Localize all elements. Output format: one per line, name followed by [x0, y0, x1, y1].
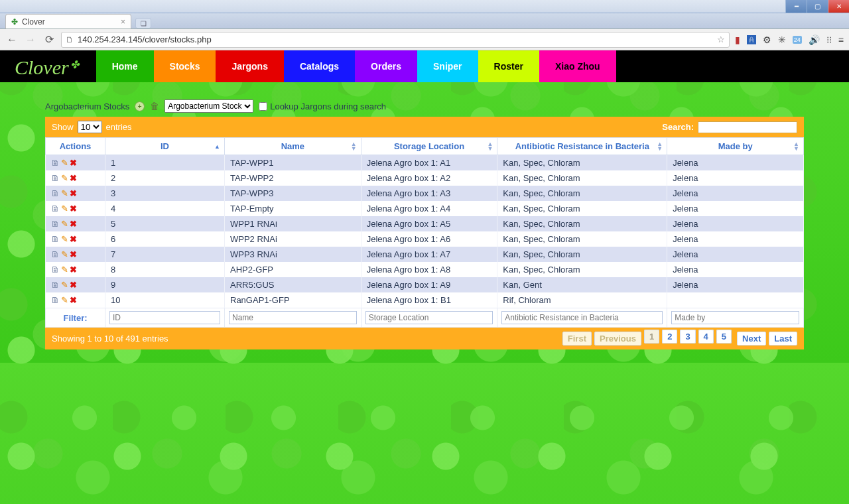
nav-sniper[interactable]: Sniper — [417, 50, 478, 82]
actions-cell: 🗎✎✖ — [46, 186, 105, 201]
page-5[interactable]: 5 — [716, 330, 732, 344]
lookup-jargons-label: Lookup Jargons during search — [270, 101, 386, 111]
ext-ruler-icon[interactable]: ⁝⁝ — [826, 34, 832, 45]
ext-translate-icon[interactable]: 🅰 — [747, 34, 756, 45]
col-antibiotic-resistance-in-bacteria[interactable]: Antibiotic Resistance in Bacteria▲▼ — [497, 138, 667, 155]
filter-antibiotic-resistance-in-bacteria[interactable] — [501, 311, 663, 324]
delete-icon[interactable]: ✖ — [70, 188, 77, 198]
reload-button[interactable]: ⟳ — [42, 33, 56, 46]
delete-icon[interactable]: ✖ — [70, 204, 77, 214]
view-icon[interactable]: 🗎 — [51, 265, 60, 275]
tab-close-icon[interactable]: × — [121, 17, 125, 27]
edit-icon[interactable]: ✎ — [61, 234, 68, 244]
new-tab-button[interactable]: ❏ — [135, 18, 151, 29]
view-icon[interactable]: 🗎 — [51, 249, 60, 259]
bucket-icon[interactable]: 🗑 — [150, 101, 159, 111]
edit-icon[interactable]: ✎ — [61, 280, 68, 290]
ext-book-icon[interactable]: ▮ — [735, 34, 740, 45]
cell-name: ARR5:GUS — [225, 277, 361, 292]
page-next[interactable]: Next — [737, 332, 766, 346]
edit-icon[interactable]: ✎ — [61, 158, 68, 168]
page-size-select[interactable]: 10 — [78, 121, 102, 133]
url-text: 140.254.234.145/clover/stocks.php — [78, 34, 212, 44]
table-row: 🗎✎✖9ARR5:GUSJelena Agro box 1: A9Kan, Ge… — [46, 277, 804, 292]
edit-icon[interactable]: ✎ — [61, 173, 68, 183]
nav-home[interactable]: Home — [96, 50, 154, 82]
delete-icon[interactable]: ✖ — [70, 280, 77, 290]
edit-icon[interactable]: ✎ — [61, 265, 68, 275]
nav-xiao-zhou[interactable]: Xiao Zhou — [539, 50, 616, 82]
nav-orders[interactable]: Orders — [355, 50, 417, 82]
page-1[interactable]: 1 — [644, 330, 659, 344]
col-made-by[interactable]: Made by▲▼ — [667, 138, 804, 155]
browser-tabstrip: ✤ Clover × ❏ — [0, 13, 849, 29]
ext-volume-icon[interactable]: 🔊 — [809, 34, 820, 45]
actions-cell: 🗎✎✖ — [46, 170, 105, 186]
delete-icon[interactable]: ✖ — [70, 234, 77, 244]
maximize-button[interactable]: ▢ — [807, 0, 828, 13]
delete-icon[interactable]: ✖ — [70, 173, 77, 183]
delete-icon[interactable]: ✖ — [70, 158, 77, 168]
brand-logo[interactable]: Clover✤ — [0, 50, 96, 82]
filter-label: Filter: — [46, 308, 105, 328]
ext-calendar-icon[interactable]: 24 — [793, 36, 802, 44]
nav-roster[interactable]: Roster — [478, 50, 539, 82]
edit-icon[interactable]: ✎ — [61, 219, 68, 229]
view-icon[interactable]: 🗎 — [51, 188, 60, 198]
minimize-button[interactable]: ━ — [785, 0, 807, 13]
add-stock-icon[interactable]: + — [135, 101, 145, 111]
ext-gear-icon[interactable]: ⚙ — [763, 34, 771, 45]
page-4[interactable]: 4 — [698, 330, 714, 344]
view-icon[interactable]: 🗎 — [51, 295, 60, 305]
view-icon[interactable]: 🗎 — [51, 234, 60, 244]
view-icon[interactable]: 🗎 — [51, 204, 60, 214]
view-icon[interactable]: 🗎 — [51, 173, 60, 183]
delete-icon[interactable]: ✖ — [70, 265, 77, 275]
browser-toolbar: ← → ⟳ 🗋 140.254.234.145/clover/stocks.ph… — [0, 29, 849, 50]
delete-icon[interactable]: ✖ — [70, 295, 77, 305]
chrome-menu-icon[interactable]: ≡ — [838, 34, 844, 45]
page-last[interactable]: Last — [769, 332, 797, 346]
page-first[interactable]: First — [562, 332, 592, 346]
lookup-jargons-checkbox[interactable] — [259, 102, 267, 111]
edit-icon[interactable]: ✎ — [61, 204, 68, 214]
page-3[interactable]: 3 — [680, 330, 695, 344]
view-icon[interactable]: 🗎 — [51, 219, 60, 229]
col-id[interactable]: ID▲ — [105, 138, 225, 155]
stock-type-select[interactable]: Argobacterium Stock — [164, 99, 253, 113]
bookmark-star-icon[interactable]: ☆ — [717, 34, 725, 44]
close-button[interactable]: ✕ — [828, 0, 849, 13]
browser-tab[interactable]: ✤ Clover × — [5, 14, 131, 29]
filter-storage-location[interactable] — [365, 311, 493, 324]
delete-icon[interactable]: ✖ — [70, 249, 77, 259]
view-icon[interactable]: 🗎 — [51, 280, 60, 290]
filter-cell — [225, 308, 361, 328]
edit-icon[interactable]: ✎ — [61, 188, 68, 198]
address-bar[interactable]: 🗋 140.254.234.145/clover/stocks.php ☆ — [61, 32, 730, 48]
col-storage-location[interactable]: Storage Location▲▼ — [361, 138, 497, 155]
delete-icon[interactable]: ✖ — [70, 219, 77, 229]
back-button[interactable]: ← — [5, 34, 19, 46]
nav-jargons[interactable]: Jargons — [216, 50, 283, 82]
page-2[interactable]: 2 — [662, 330, 677, 344]
filter-id[interactable] — [109, 311, 220, 324]
extension-icons: ▮ 🅰 ⚙ ✳ 24 🔊 ⁝⁝ ≡ — [735, 34, 844, 45]
filter-made-by[interactable] — [671, 311, 799, 324]
forward-button[interactable]: → — [24, 34, 37, 46]
edit-icon[interactable]: ✎ — [61, 249, 68, 259]
page-prev[interactable]: Previous — [594, 332, 641, 346]
search-input[interactable] — [698, 121, 797, 133]
cell-id: 1 — [105, 155, 225, 171]
actions-cell: 🗎✎✖ — [46, 231, 105, 247]
lookup-jargons-toggle[interactable]: Lookup Jargons during search — [259, 101, 386, 111]
ext-bug-icon[interactable]: ✳ — [778, 34, 786, 45]
edit-icon[interactable]: ✎ — [61, 295, 68, 305]
nav-catalogs[interactable]: Catalogs — [284, 50, 355, 82]
view-icon[interactable]: 🗎 — [51, 158, 60, 168]
nav-stocks[interactable]: Stocks — [154, 50, 216, 82]
cell-loc: Jelena Agro box 1: A8 — [361, 262, 497, 277]
filter-name[interactable] — [229, 311, 357, 324]
col-name[interactable]: Name▲▼ — [225, 138, 361, 155]
actions-cell: 🗎✎✖ — [46, 155, 105, 171]
table-info: Showing 1 to 10 of 491 entries — [52, 334, 168, 344]
